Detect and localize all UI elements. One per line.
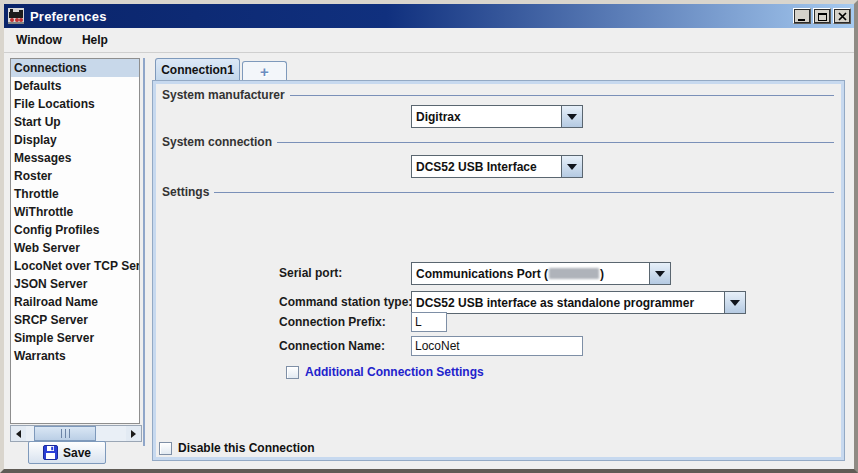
maximize-button[interactable] <box>813 8 831 24</box>
serial-port-label: Serial port: <box>279 262 342 285</box>
checkbox-icon <box>286 366 299 379</box>
sidebar-item-simple-server[interactable]: Simple Server <box>11 329 139 347</box>
checkbox-icon <box>159 442 172 455</box>
window-title: Preferences <box>30 9 107 24</box>
system-manufacturer-value: Digitrax <box>412 106 561 127</box>
sidebar-item-display[interactable]: Display <box>11 131 139 149</box>
command-station-label: Command station type: <box>279 291 412 314</box>
minimize-button[interactable] <box>793 8 811 24</box>
additional-connection-settings-checkbox[interactable]: Additional Connection Settings <box>286 365 484 379</box>
preferences-window: Preferences Window Help Connections Defa… <box>0 0 858 473</box>
group-rule <box>290 95 834 96</box>
sidebar-horizontal-scrollbar[interactable] <box>10 425 142 442</box>
sidebar-item-srcp-server[interactable]: SRCP Server <box>11 311 139 329</box>
sidebar-divider <box>143 58 145 446</box>
save-floppy-icon <box>43 445 58 460</box>
combo-arrow-button[interactable] <box>649 263 670 284</box>
connection1-tab-content: System manufacturer Digitrax System conn… <box>152 80 845 461</box>
settings-group-title: Settings <box>162 184 834 199</box>
preferences-category-list: Connections Defaults File Locations Star… <box>10 58 140 424</box>
menu-window[interactable]: Window <box>8 30 70 50</box>
scroll-right-icon <box>131 430 136 438</box>
sidebar-item-messages[interactable]: Messages <box>11 149 139 167</box>
disable-connection-label: Disable this Connection <box>178 441 315 455</box>
redacted-port-id <box>549 268 599 279</box>
command-station-value: DCS52 USB interface as standalone progra… <box>412 292 724 313</box>
serial-port-combo[interactable]: Communications Port () <box>411 262 671 285</box>
connection-name-field[interactable] <box>411 336 583 356</box>
system-manufacturer-combo[interactable]: Digitrax <box>411 105 583 128</box>
system-manufacturer-label: System manufacturer <box>162 88 285 102</box>
system-connection-combo[interactable]: DCS52 USB Interface <box>411 155 583 178</box>
sidebar-item-defaults[interactable]: Defaults <box>11 77 139 95</box>
add-connection-tab[interactable]: + <box>242 61 287 80</box>
connection-tabs: Connection1 + <box>152 58 287 80</box>
disable-connection-checkbox[interactable]: Disable this Connection <box>159 441 315 455</box>
system-manufacturer-group-title: System manufacturer <box>162 87 834 102</box>
tab-connection1[interactable]: Connection1 <box>155 58 240 80</box>
system-connection-value: DCS52 USB Interface <box>412 156 561 177</box>
connections-panel: Connection1 + System manufacturer Digitr… <box>152 58 845 461</box>
scroll-left-button[interactable] <box>11 426 26 441</box>
scroll-left-icon <box>16 430 21 438</box>
sidebar-item-roster[interactable]: Roster <box>11 167 139 185</box>
save-button[interactable]: Save <box>28 441 106 464</box>
connection-name-label: Connection Name: <box>279 336 385 356</box>
minimize-icon <box>798 12 806 21</box>
scrollbar-thumb[interactable] <box>34 426 96 441</box>
sidebar-item-connections[interactable]: Connections <box>11 59 139 77</box>
combo-arrow-button[interactable] <box>561 156 582 177</box>
group-rule <box>214 192 834 193</box>
chevron-down-icon <box>567 164 577 170</box>
sidebar-item-withrottle[interactable]: WiThrottle <box>11 203 139 221</box>
close-button[interactable] <box>833 8 851 24</box>
sidebar-item-loconet-over-tcp[interactable]: LocoNet over TCP Serv <box>11 257 139 275</box>
sidebar-item-file-locations[interactable]: File Locations <box>11 95 139 113</box>
sidebar-item-start-up[interactable]: Start Up <box>11 113 139 131</box>
chevron-down-icon <box>655 271 665 277</box>
additional-connection-settings-label: Additional Connection Settings <box>305 365 484 379</box>
menu-help[interactable]: Help <box>74 30 116 50</box>
sidebar-item-warrants[interactable]: Warrants <box>11 347 139 365</box>
title-bar[interactable]: Preferences <box>4 4 854 28</box>
jmri-train-icon <box>8 8 24 24</box>
system-connection-group-title: System connection <box>162 134 834 149</box>
combo-arrow-button[interactable] <box>724 292 745 313</box>
menu-bar: Window Help <box>4 28 854 53</box>
maximize-icon <box>818 12 827 21</box>
chevron-down-icon <box>730 300 740 306</box>
settings-label: Settings <box>162 185 209 199</box>
save-button-label: Save <box>63 446 91 460</box>
scroll-right-button[interactable] <box>126 426 141 441</box>
connection-prefix-field[interactable] <box>411 312 447 332</box>
group-rule <box>277 142 834 143</box>
serial-port-value: Communications Port () <box>412 263 649 284</box>
sidebar-item-throttle[interactable]: Throttle <box>11 185 139 203</box>
sidebar-item-config-profiles[interactable]: Config Profiles <box>11 221 139 239</box>
command-station-combo[interactable]: DCS52 USB interface as standalone progra… <box>411 291 746 314</box>
sidebar-item-railroad-name[interactable]: Railroad Name <box>11 293 139 311</box>
sidebar-item-web-server[interactable]: Web Server <box>11 239 139 257</box>
connection-prefix-label: Connection Prefix: <box>279 312 386 332</box>
scrollbar-grip-icon <box>61 429 70 438</box>
system-connection-label: System connection <box>162 135 272 149</box>
scrollbar-track[interactable] <box>26 426 126 441</box>
combo-arrow-button[interactable] <box>561 106 582 127</box>
chevron-down-icon <box>567 114 577 120</box>
close-icon <box>838 12 847 21</box>
sidebar-item-json-server[interactable]: JSON Server <box>11 275 139 293</box>
